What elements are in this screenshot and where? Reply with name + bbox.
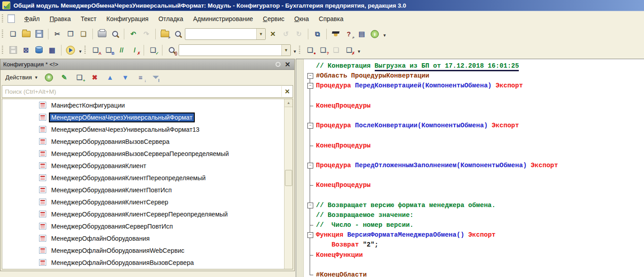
format-block-icon[interactable]: ❏A bbox=[90, 44, 101, 56]
tree-item[interactable]: МенеджерОбменаЧерезУниверсальныйФормат13 bbox=[2, 123, 293, 135]
menu-item-Файл[interactable]: Файл bbox=[19, 13, 44, 24]
collapse-minus-icon[interactable]: − bbox=[307, 232, 313, 238]
tree-item[interactable]: МенеджерОборудованияКлиентСервер bbox=[2, 196, 293, 208]
scroll-up-arrow-icon[interactable]: ▲ bbox=[285, 99, 293, 107]
menu-drag-handle[interactable] bbox=[2, 14, 4, 23]
collapse-minus-icon[interactable]: − bbox=[307, 83, 313, 89]
tree-item[interactable]: МенеджерОборудованияВызовСервера bbox=[2, 135, 293, 147]
remove-breakpoints-icon[interactable]: ❏✗ bbox=[343, 44, 355, 56]
syntax-check-icon[interactable]: ❏✓ bbox=[147, 44, 159, 56]
code-line[interactable]: КонецФункции bbox=[304, 250, 644, 260]
search-icon[interactable] bbox=[172, 28, 184, 40]
code-line[interactable] bbox=[304, 151, 644, 160]
search-input[interactable] bbox=[2, 88, 281, 95]
toolbar-drag-handle[interactable] bbox=[2, 30, 4, 39]
add-icon[interactable]: + bbox=[43, 72, 55, 83]
breakpoint-icon[interactable]: ❏● bbox=[304, 44, 316, 56]
syntax-assistant-icon[interactable] bbox=[330, 28, 342, 40]
tree-item[interactable]: МанифестКонфигурации bbox=[2, 99, 293, 111]
collapse-minus-icon[interactable]: − bbox=[307, 203, 313, 208]
procedures-combobox[interactable]: ▼ bbox=[179, 44, 291, 56]
templates-icon[interactable]: ▤ bbox=[356, 28, 368, 40]
move-up-icon[interactable]: ▲ bbox=[104, 72, 116, 83]
collapse-toggle[interactable]: − bbox=[304, 230, 316, 240]
tree-item[interactable]: МенеджерОборудованияСерверПовтИсп bbox=[2, 220, 293, 232]
new-document-icon[interactable]: ❏ bbox=[7, 28, 19, 40]
tree-item[interactable]: МенеджерОборудованияКлиентПереопределяем… bbox=[2, 172, 293, 184]
code-line[interactable]: −Процедура ПередКонвертацией(КомпонентыО… bbox=[304, 81, 644, 91]
code-line[interactable]: #КонецОбласти bbox=[304, 270, 644, 277]
code-line[interactable]: КонецПроцедуры bbox=[304, 141, 644, 151]
collapse-toggle[interactable]: − bbox=[304, 121, 316, 130]
code-line[interactable]: −Процедура ПередОтложеннымЗаполнением(Ко… bbox=[304, 160, 644, 170]
move-down-icon[interactable]: ▼ bbox=[119, 72, 131, 83]
toolbar-drag-handle[interactable] bbox=[299, 46, 302, 55]
procedures-dropdown[interactable]: ▼ bbox=[292, 45, 298, 56]
code-line[interactable] bbox=[304, 130, 644, 140]
print-icon[interactable] bbox=[96, 28, 108, 40]
code-line[interactable] bbox=[304, 111, 644, 121]
collapse-minus-icon[interactable]: − bbox=[307, 123, 313, 129]
print-preview-icon[interactable] bbox=[109, 28, 121, 40]
tree-scrollbar[interactable]: ▲ bbox=[284, 99, 293, 269]
tree-item[interactable]: МенеджерОборудованияКлиентСерверПереопре… bbox=[2, 208, 293, 220]
menu-item-Сервис[interactable]: Сервис bbox=[258, 13, 289, 24]
debug-dropdown[interactable]: ▼ bbox=[78, 45, 83, 56]
collapse-minus-icon[interactable]: − bbox=[307, 73, 313, 79]
start-debugging-icon[interactable] bbox=[65, 44, 76, 56]
save-disabled-icon[interactable] bbox=[7, 44, 19, 56]
quick-search-combobox[interactable]: ▼ bbox=[185, 28, 266, 40]
breakpoint-margin[interactable] bbox=[296, 59, 304, 277]
add-copy-icon[interactable]: ❏+ bbox=[74, 72, 85, 83]
update-db-config-icon[interactable] bbox=[33, 44, 45, 56]
close-window-icon[interactable]: ⊠ bbox=[20, 44, 32, 56]
close-panel-icon[interactable]: ✕ bbox=[283, 61, 292, 69]
tree-item[interactable]: МенеджерОборудованияВызовСервераПереопре… bbox=[2, 147, 293, 160]
toolbar-options-dropdown[interactable]: ▼ bbox=[382, 29, 387, 39]
code-line[interactable]: // Число - номер версии. bbox=[304, 220, 644, 230]
collapse-toggle[interactable]: − bbox=[304, 81, 316, 91]
code-line[interactable]: −// Возвращает версию формата менеджера … bbox=[304, 200, 644, 210]
search-back-icon[interactable]: ↺ bbox=[280, 28, 292, 40]
clear-search-icon[interactable]: ✕ bbox=[267, 28, 279, 40]
undo-icon[interactable]: ↶ bbox=[127, 28, 139, 40]
menu-item-Справка[interactable]: Справка bbox=[314, 13, 348, 24]
toolbar-drag-handle[interactable] bbox=[2, 46, 4, 55]
tree-item[interactable]: МенеджерОфлайнОборудования bbox=[2, 232, 293, 244]
code-line[interactable]: КонецПроцедуры bbox=[304, 101, 644, 111]
paste-icon[interactable]: ❑ bbox=[78, 28, 89, 40]
menu-item-Отладка[interactable]: Отладка bbox=[153, 13, 188, 24]
about-icon[interactable]: i bbox=[369, 28, 381, 40]
procedures-list-icon[interactable]: () bbox=[166, 44, 177, 56]
format-block-alt-icon[interactable]: ❏B bbox=[103, 44, 114, 56]
actions-menu-button[interactable]: Действия ▼ bbox=[4, 73, 40, 82]
collapse-toggle[interactable]: − bbox=[304, 160, 316, 170]
disable-breakpoints-icon[interactable]: ❏ bbox=[330, 44, 342, 56]
sort-icon[interactable]: ≡↓ bbox=[135, 72, 146, 83]
code-line[interactable] bbox=[304, 170, 644, 180]
tree-item[interactable]: МенеджерОфлайнОборудованияWebСервис bbox=[2, 244, 293, 256]
uncomment-lines-icon[interactable]: /✗ bbox=[129, 44, 140, 56]
code-line[interactable]: КонецПроцедуры bbox=[304, 180, 644, 190]
search-forward-icon[interactable]: ↻ bbox=[293, 28, 305, 40]
procedures-combobox-dropdown-icon[interactable]: ▼ bbox=[281, 45, 290, 56]
clear-search-icon[interactable]: ✕ bbox=[281, 86, 293, 97]
cut-icon[interactable]: ✂ bbox=[52, 28, 63, 40]
code-line[interactable]: −#Область ПроцедурыКонвертации bbox=[304, 71, 644, 81]
code-line[interactable] bbox=[304, 91, 644, 101]
filter-icon[interactable] bbox=[150, 72, 162, 83]
breakpoints-dropdown[interactable]: ▼ bbox=[356, 45, 362, 56]
menu-item-Окна[interactable]: Окна bbox=[289, 13, 314, 24]
code-line[interactable] bbox=[304, 260, 644, 270]
tree-item[interactable]: МенеджерОборудованияКлиентПовтИсп bbox=[2, 184, 293, 196]
copy-icon[interactable]: ❐ bbox=[65, 28, 76, 40]
menu-item-Правка[interactable]: Правка bbox=[44, 13, 75, 24]
scrollbar-thumb[interactable] bbox=[285, 170, 292, 186]
code-line[interactable]: −Процедура ПослеКонвертации(КомпонентыОб… bbox=[304, 121, 644, 130]
toolbar-drag-handle[interactable] bbox=[84, 46, 87, 55]
code-line[interactable]: Возврат "2"; bbox=[304, 240, 644, 250]
tree-item[interactable]: МенеджерОфлайнОборудованияКлиент bbox=[2, 268, 293, 269]
comment-lines-icon[interactable]: // bbox=[116, 44, 127, 56]
code-line[interactable]: // Конвертация Выгрузка из БП от 17.12.2… bbox=[304, 61, 644, 71]
menu-item-Конфигурация[interactable]: Конфигурация bbox=[101, 13, 153, 24]
